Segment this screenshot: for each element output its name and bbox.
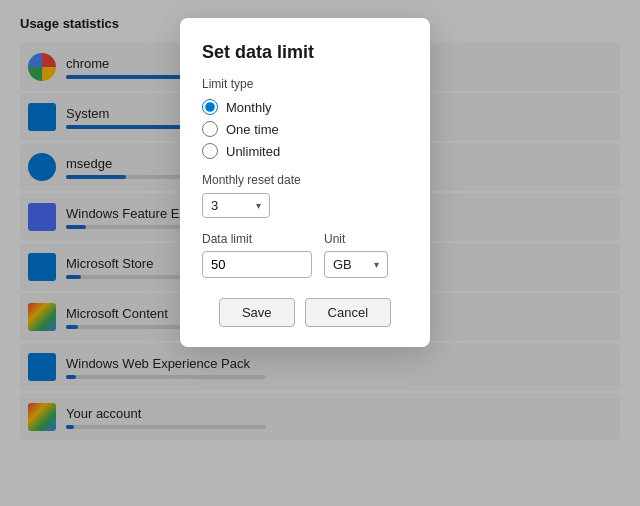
unit-dropdown[interactable]: GB ▾ [324, 251, 388, 278]
reset-date-label: Monthly reset date [202, 173, 408, 187]
radio-input-one_time[interactable] [202, 121, 218, 137]
unit-label: Unit [324, 232, 388, 246]
data-limit-row: Data limit Unit GB ▾ [202, 232, 408, 278]
modal-title: Set data limit [202, 42, 408, 63]
radio-input-monthly[interactable] [202, 99, 218, 115]
limit-type-label: Limit type [202, 77, 408, 91]
unit-chevron-icon: ▾ [374, 259, 379, 270]
data-limit-col: Data limit [202, 232, 312, 278]
save-button[interactable]: Save [219, 298, 295, 327]
radio-label-monthly: Monthly [226, 100, 272, 115]
reset-date-dropdown[interactable]: 3 ▾ [202, 193, 270, 218]
unit-value: GB [333, 257, 352, 272]
radio-label-one_time: One time [226, 122, 279, 137]
radio-monthly[interactable]: Monthly [202, 99, 408, 115]
radio-label-unlimited: Unlimited [226, 144, 280, 159]
limit-type-radio-group: Monthly One time Unlimited [202, 99, 408, 159]
data-limit-label: Data limit [202, 232, 312, 246]
button-row: Save Cancel [202, 298, 408, 327]
radio-one_time[interactable]: One time [202, 121, 408, 137]
reset-date-chevron-icon: ▾ [256, 200, 261, 211]
set-data-limit-modal: Set data limit Limit type Monthly One ti… [180, 18, 430, 347]
radio-input-unlimited[interactable] [202, 143, 218, 159]
cancel-button[interactable]: Cancel [305, 298, 391, 327]
unit-col: Unit GB ▾ [324, 232, 388, 278]
radio-unlimited[interactable]: Unlimited [202, 143, 408, 159]
reset-date-value: 3 [211, 198, 218, 213]
data-limit-input[interactable] [202, 251, 312, 278]
